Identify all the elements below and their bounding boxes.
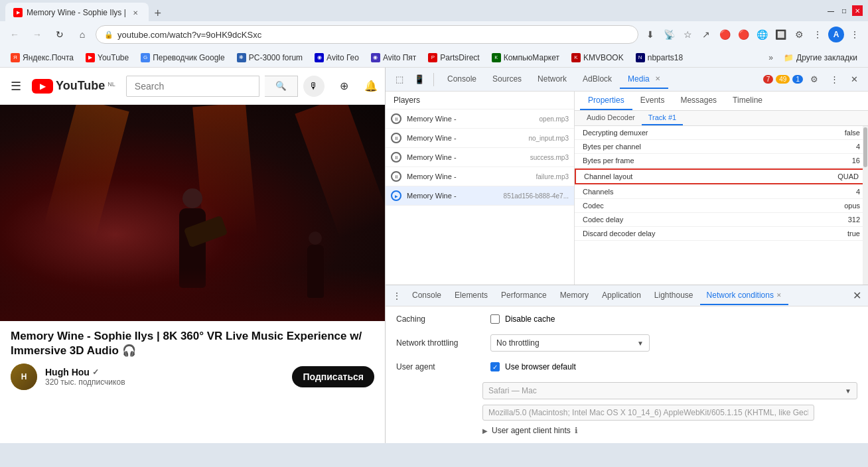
subscribe-button[interactable]: Подписаться: [292, 366, 374, 387]
bottom-tab-application[interactable]: Application: [595, 287, 648, 305]
maximize-button[interactable]: □: [839, 5, 849, 16]
adblocker-icon[interactable]: 🔴: [735, 27, 751, 42]
player-id-3: success.mp3: [530, 154, 569, 161]
url-bar[interactable]: 🔒 youtube.com/watch?v=9oHK9dcKSxc: [96, 25, 638, 44]
player-item-2[interactable]: Memory Wine - no_input.mp3: [386, 129, 574, 148]
bookmark-compmarket[interactable]: К КомпьюМаркет: [486, 52, 565, 64]
bottom-tab-network-conditions[interactable]: Network conditions ✕: [700, 287, 788, 305]
prop-row-bytes-channel: Bytes per channel 4: [575, 140, 868, 154]
ua-mozilla-row: [482, 405, 857, 421]
other-bookmarks-folder[interactable]: 📁 Другие закладки: [778, 52, 863, 64]
nc-throttling-control: No throttling ▼: [490, 334, 857, 352]
bottom-tab-elements[interactable]: Elements: [448, 287, 494, 305]
devtools-bottom-close[interactable]: ✕: [849, 289, 865, 302]
devtools-more-btn[interactable]: ⋮: [826, 71, 843, 88]
youtube-logo[interactable]: YouTube NL: [32, 79, 115, 94]
channel-name[interactable]: Hugh Hou ✓: [45, 367, 284, 377]
download-icon[interactable]: ⬇: [642, 27, 658, 42]
puzzle2-icon[interactable]: ⚙: [791, 27, 807, 42]
close-button[interactable]: ✕: [852, 5, 863, 16]
forward-button[interactable]: →: [28, 25, 46, 44]
use-browser-default-checkbox[interactable]: [490, 362, 500, 371]
ua-hints-arrow[interactable]: ▶: [482, 427, 488, 434]
more-icon[interactable]: ⋮: [847, 27, 863, 42]
new-tab-button[interactable]: +: [149, 4, 167, 23]
bottom-tab-memory[interactable]: Memory: [553, 287, 595, 305]
youtube-create-btn[interactable]: ⊕: [335, 77, 354, 96]
ua-safari-select[interactable]: Safari — Mac ▼: [482, 382, 857, 399]
tab-elements[interactable]: Sources: [484, 70, 530, 89]
bookmark-yandex[interactable]: Я Яндекс.Почта: [5, 52, 79, 64]
devtools-close-btn[interactable]: ✕: [845, 71, 863, 88]
subtab-track1[interactable]: Track #1: [642, 111, 683, 125]
bookmarks-more-button[interactable]: »: [764, 52, 777, 64]
bookmark-nbparts[interactable]: N nbparts18: [630, 52, 688, 64]
youtube-search-button[interactable]: 🔍: [265, 76, 298, 97]
extension-icon[interactable]: 🔴: [717, 27, 733, 42]
scrollbar-thumb[interactable]: [863, 127, 867, 167]
youtube-notifications-btn[interactable]: 🔔: [362, 77, 380, 96]
bookmark-youtube[interactable]: ▶ YouTube: [80, 52, 134, 64]
prop-value-channels: 4: [856, 188, 860, 196]
bookmark-avito-geo[interactable]: ◉ Avito Гео: [309, 52, 364, 64]
devtools-inspect-btn[interactable]: ⬚: [391, 71, 408, 88]
channel-avatar[interactable]: H: [11, 364, 37, 390]
profile-icon[interactable]: 🌐: [754, 27, 770, 42]
player-item-5[interactable]: Memory Wine - 851ad156-b888-4e7...: [386, 186, 574, 206]
youtube-mic-button[interactable]: 🎙: [303, 76, 325, 97]
ua-hints-info-icon[interactable]: ℹ: [575, 426, 578, 435]
prop-row-decrypting: Decrypting demuxer false: [575, 126, 868, 140]
back-button[interactable]: ←: [5, 25, 24, 44]
cast-icon[interactable]: 📡: [661, 27, 677, 42]
bookmark-kmvbook[interactable]: K KMVBOOK: [566, 52, 629, 64]
video-player[interactable]: [0, 105, 385, 321]
channel-info: Hugh Hou ✓ 320 тыс. подписчиков: [45, 367, 284, 387]
home-button[interactable]: ⌂: [73, 25, 92, 44]
tab-messages[interactable]: Messages: [672, 92, 725, 110]
bottom-tab-console[interactable]: Console: [405, 287, 448, 305]
throttling-select[interactable]: No throttling ▼: [490, 334, 650, 352]
disable-cache-checkbox[interactable]: [490, 314, 500, 324]
player-icon-4: [391, 171, 401, 182]
share-icon[interactable]: ↗: [698, 27, 714, 42]
tab-media[interactable]: Media ✕: [620, 70, 668, 89]
player-item-3[interactable]: Memory Wine - success.mp3: [386, 148, 574, 167]
youtube-search-input[interactable]: [126, 76, 259, 97]
properties-tabs: Properties Events Messages Timeline: [575, 92, 868, 111]
tab-console[interactable]: Console: [439, 70, 484, 89]
devtools-device-btn[interactable]: 📱: [411, 71, 428, 88]
profile-avatar[interactable]: A: [828, 27, 844, 42]
bottom-tab-performance[interactable]: Performance: [494, 287, 553, 305]
youtube-menu-btn[interactable]: ☰: [11, 79, 21, 94]
menu-icon[interactable]: ⋮: [810, 27, 826, 42]
prop-key-channel-layout: Channel layout: [584, 172, 837, 180]
tab-properties[interactable]: Properties: [580, 92, 632, 110]
devtools-settings-btn[interactable]: ⚙: [806, 71, 823, 88]
bottom-more-btn[interactable]: ⋮: [388, 291, 405, 301]
minimize-button[interactable]: —: [826, 5, 836, 16]
puzzle-icon[interactable]: 🔲: [772, 27, 788, 42]
browser-tab[interactable]: Memory Wine - Sophie Ilys | ✕: [5, 3, 149, 23]
player-item-4[interactable]: Memory Wine - failure.mp3: [386, 167, 574, 186]
properties-subtabs: Audio Decoder Track #1: [575, 111, 868, 126]
scrollbar-track[interactable]: [863, 126, 868, 285]
subtab-audio-decoder[interactable]: Audio Decoder: [580, 111, 642, 125]
tab-network[interactable]: Network: [530, 70, 575, 89]
bottom-tab-lighthouse[interactable]: Lighthouse: [648, 287, 700, 305]
players-header: Players: [386, 92, 574, 109]
tab-close-btn[interactable]: ✕: [130, 7, 141, 18]
bookmark-google-translate[interactable]: G Переводчик Google: [135, 52, 230, 64]
tab-events[interactable]: Events: [632, 92, 673, 110]
network-conditions-close[interactable]: ✕: [776, 292, 782, 299]
bookmark-partsdirect[interactable]: P PartsDirect: [423, 52, 484, 64]
ua-safari-value: Safari — Mac: [488, 386, 537, 395]
refresh-button[interactable]: ↻: [50, 25, 69, 44]
bookmark-pc3000[interactable]: ❋ PC-3000 forum: [232, 52, 308, 64]
bookmark-avito-pyt[interactable]: ◉ Avito Пят: [366, 52, 421, 64]
tab-timeline[interactable]: Timeline: [725, 92, 770, 110]
star-icon[interactable]: ☆: [680, 27, 695, 42]
media-tab-close[interactable]: ✕: [655, 75, 660, 82]
ua-mozilla-input[interactable]: [482, 405, 814, 421]
player-item-1[interactable]: Memory Wine - open.mp3: [386, 109, 574, 129]
tab-adblock[interactable]: AdBlock: [575, 70, 620, 89]
